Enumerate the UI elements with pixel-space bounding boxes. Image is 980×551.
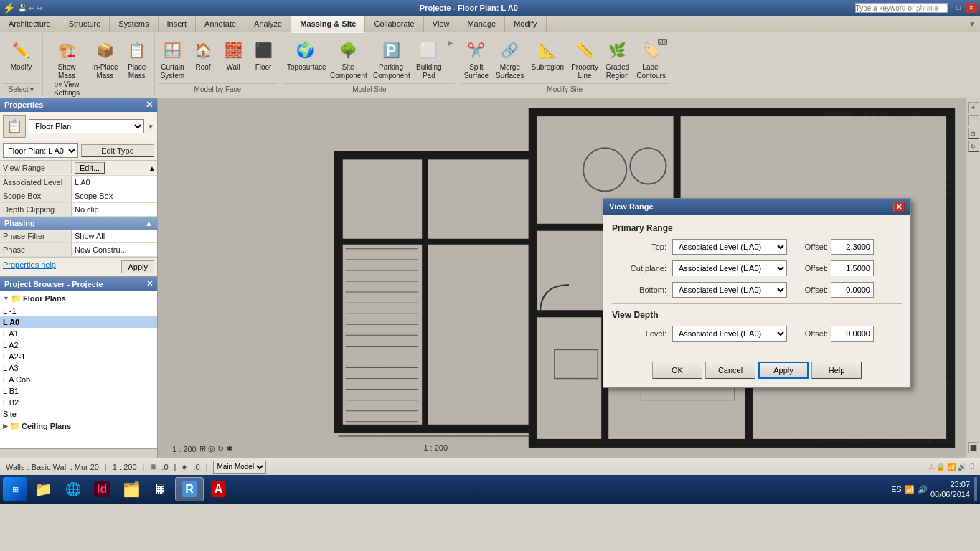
- vr-depth-level-select[interactable]: Associated Level (L A0): [672, 326, 787, 342]
- vr-depth-offset-input[interactable]: [831, 326, 874, 342]
- split-surface-icon: ✂️: [465, 39, 488, 62]
- tree-item-la1[interactable]: L A1: [0, 328, 157, 339]
- project-browser-header: Project Browser - Projecte ✕: [0, 277, 157, 291]
- tab-architecture[interactable]: Architecture: [0, 16, 60, 32]
- view-range-apply-button[interactable]: Apply: [758, 362, 809, 379]
- project-browser-tree[interactable]: ▼ 📁 Floor Plans L -1 L A0 L A1 L A2 L A: [0, 291, 157, 448]
- start-button[interactable]: ⊞: [3, 477, 27, 501]
- tab-view[interactable]: View: [424, 16, 459, 32]
- toposurface-icon: 🌍: [293, 39, 316, 62]
- subregion-label: Subregion: [532, 63, 565, 72]
- view-range-buttons: OK Cancel Apply Help: [603, 356, 910, 387]
- vr-depth-level-label: Level:: [612, 329, 669, 338]
- minimize-button[interactable]: ─: [940, 3, 951, 13]
- taskbar-adobe[interactable]: A: [205, 477, 232, 501]
- edit-type-row: Floor Plan: L A0 Edit Type: [0, 141, 157, 161]
- tab-modify[interactable]: Modify: [505, 16, 546, 32]
- view-type-selector[interactable]: Floor Plan: [29, 119, 144, 133]
- rotate-button[interactable]: ↻: [968, 141, 979, 152]
- tab-insert[interactable]: Insert: [159, 16, 197, 32]
- project-browser-close-button[interactable]: ✕: [146, 279, 153, 288]
- tab-systems[interactable]: Systems: [110, 16, 158, 32]
- taskbar-indesign[interactable]: Id: [88, 477, 116, 501]
- tab-collaborate[interactable]: Collaborate: [365, 16, 423, 32]
- toposurface-button[interactable]: 🌍 Toposurface: [284, 37, 326, 73]
- taskbar-revit[interactable]: R: [175, 477, 204, 501]
- view-template-selector[interactable]: Floor Plan: L A0: [3, 143, 78, 158]
- vr-cut-plane-offset-input[interactable]: [831, 260, 874, 276]
- model-selector[interactable]: Main Model: [213, 461, 266, 474]
- in-place-mass-button[interactable]: 📦 In-PlaceMass: [89, 37, 121, 82]
- coord-y-icon: ◈: [182, 463, 187, 471]
- tree-item-la2-1[interactable]: L A2-1: [0, 351, 157, 362]
- building-pad-button[interactable]: ⬜ BuildingPad: [413, 37, 445, 82]
- status-sep3: |: [206, 463, 208, 471]
- view-range-ok-button[interactable]: OK: [652, 362, 702, 379]
- view-cube-button[interactable]: ⬛: [968, 442, 979, 453]
- horizontal-scrollbar[interactable]: [0, 449, 157, 458]
- tree-item-la-cob[interactable]: L A Cob: [0, 374, 157, 385]
- properties-close-button[interactable]: ✕: [146, 100, 153, 110]
- tree-item-lb2[interactable]: L B2: [0, 397, 157, 408]
- maximize-button[interactable]: □: [953, 3, 964, 13]
- floor-button[interactable]: ⬛ Floor: [249, 37, 278, 73]
- show-desktop-button[interactable]: [974, 477, 977, 501]
- tab-structure[interactable]: Structure: [60, 16, 110, 32]
- taskbar-chrome[interactable]: 🌐: [60, 477, 87, 501]
- tree-item-l-minus1[interactable]: L -1: [0, 305, 157, 316]
- close-button[interactable]: ✕: [966, 3, 977, 13]
- tab-manage[interactable]: Manage: [458, 16, 505, 32]
- place-mass-button[interactable]: 📋 PlaceMass: [123, 37, 151, 82]
- view-range-close-button[interactable]: ✕: [893, 202, 905, 212]
- tree-item-floor-plans[interactable]: ▼ 📁 Floor Plans: [0, 292, 157, 305]
- view-range-cancel-button[interactable]: Cancel: [705, 362, 755, 379]
- search-box-qa[interactable]: [895, 3, 907, 13]
- roof-button[interactable]: 🏠 Roof: [189, 37, 217, 73]
- property-line-button[interactable]: 📏 PropertyLine: [568, 37, 601, 82]
- tree-item-site[interactable]: Site: [0, 408, 157, 420]
- vr-top-offset-label: Offset:: [796, 242, 828, 251]
- taskbar-calculator[interactable]: 🖩: [148, 477, 174, 501]
- view-range-expand-icon[interactable]: ▲: [149, 164, 156, 172]
- zoom-fit-button[interactable]: ⊡: [968, 128, 979, 139]
- zoom-out-button[interactable]: -: [968, 115, 979, 126]
- label-contours-button[interactable]: 50 🏷️ LabelContours: [633, 37, 669, 82]
- zoom-in-button[interactable]: +: [968, 102, 979, 113]
- properties-help-link[interactable]: Properties help: [3, 260, 118, 273]
- tab-annotate[interactable]: Annotate: [196, 16, 245, 32]
- model-site-more[interactable]: ▶: [446, 37, 455, 48]
- in-place-mass-icon: 📦: [93, 39, 116, 62]
- show-mass-button[interactable]: 🏗️ Show Massby View Settings: [46, 37, 88, 99]
- vr-top-offset-input[interactable]: [831, 239, 874, 255]
- split-surface-button[interactable]: ✂️ SplitSurface: [461, 37, 491, 82]
- graded-region-button[interactable]: 🌿 GradedRegion: [603, 37, 632, 82]
- curtain-system-button[interactable]: 🪟 CurtainSystem: [158, 37, 187, 82]
- tab-analyze[interactable]: Analyze: [245, 16, 291, 32]
- tree-item-la3[interactable]: L A3: [0, 362, 157, 374]
- view-range-edit-button[interactable]: Edit...: [75, 162, 105, 174]
- tree-item-la0[interactable]: L A0: [0, 316, 157, 328]
- parking-component-button[interactable]: 🅿️ ParkingComponent: [370, 37, 412, 82]
- site-component-button[interactable]: 🌳 SiteComponent: [327, 37, 369, 82]
- vr-cut-plane-select[interactable]: Associated Level (L A0): [672, 260, 787, 276]
- properties-title: Properties: [4, 100, 43, 109]
- tree-item-la2[interactable]: L A2: [0, 339, 157, 351]
- view-range-help-button[interactable]: Help: [811, 362, 862, 379]
- taskbar-files[interactable]: 🗂️: [117, 477, 146, 501]
- properties-apply-button[interactable]: Apply: [121, 260, 154, 273]
- tree-item-lb1[interactable]: L B1: [0, 385, 157, 397]
- vr-bottom-select[interactable]: Associated Level (L A0): [672, 282, 787, 298]
- taskbar-explorer[interactable]: 📁: [29, 477, 58, 501]
- phasing-collapse-icon[interactable]: ▲: [145, 219, 153, 227]
- tree-item-ceiling-plans[interactable]: ▶ 📁 Ceiling Plans: [0, 420, 157, 433]
- vr-top-row: Top: Associated Level (L A0) Offset:: [612, 239, 902, 255]
- vr-top-select[interactable]: Associated Level (L A0): [672, 239, 787, 255]
- merge-surfaces-button[interactable]: 🔗 MergeSurfaces: [493, 37, 527, 82]
- vr-bottom-offset-input[interactable]: [831, 282, 874, 298]
- building-pad-label: BuildingPad: [416, 63, 442, 80]
- modify-button[interactable]: ✏️ Modify: [7, 37, 36, 73]
- edit-type-button[interactable]: Edit Type: [81, 144, 154, 157]
- subregion-button[interactable]: 📐 Subregion: [529, 37, 567, 73]
- wall-button[interactable]: 🧱 Wall: [219, 37, 248, 73]
- tab-massing-site[interactable]: Massing & Site: [291, 16, 365, 33]
